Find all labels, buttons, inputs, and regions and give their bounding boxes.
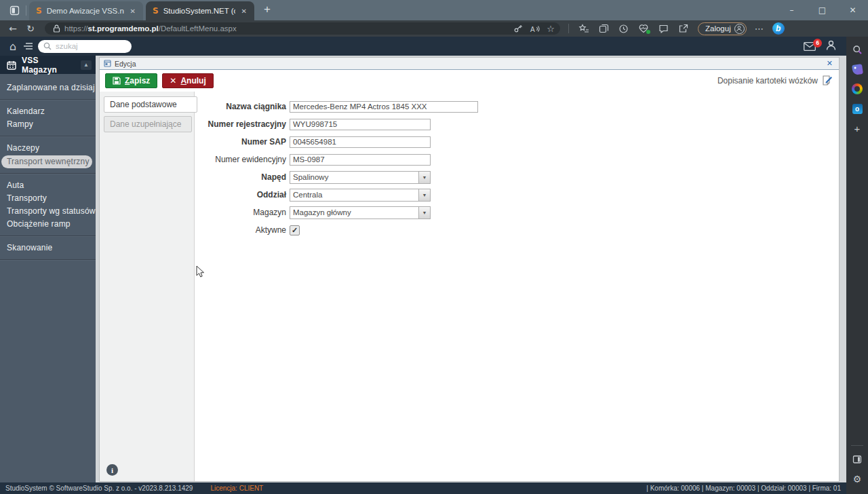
field-label-aktywne: Aktywne: [195, 225, 290, 235]
edit-document-icon[interactable]: [821, 75, 833, 87]
feedback-icon[interactable]: [658, 24, 669, 33]
shopping-tag-icon[interactable]: [850, 62, 865, 77]
panel-title: Edycja: [115, 60, 821, 68]
checkbox-aktywne[interactable]: ✓: [290, 225, 300, 235]
sidebar-item-zaplanowane-na-dzisiaj[interactable]: Zaplanowane na dzisiaj: [0, 81, 96, 94]
messages-button[interactable]: 6: [804, 42, 816, 51]
dropdown-arrow-icon[interactable]: ▼: [418, 189, 430, 201]
select-naped[interactable]: Spalinowy ▼: [290, 171, 431, 184]
tab-dane-podstawowe[interactable]: Dane podstawowe: [104, 96, 197, 113]
save-floppy-icon: [113, 77, 121, 85]
add-favorite-star-icon[interactable]: ☆: [547, 24, 555, 34]
info-icon[interactable]: i: [106, 464, 118, 476]
tab-dane-uzupelniajace[interactable]: Dane uzupełniające: [104, 116, 192, 132]
essentials-status-dot: [646, 30, 650, 34]
status-context-text: | Komórka: 00006 | Magazyn: 00003 | Oddz…: [646, 484, 841, 492]
dropdown-arrow-icon[interactable]: ▼: [418, 172, 430, 183]
window-close-button[interactable]: ✕: [837, 0, 868, 20]
cancel-button[interactable]: ✕ Anuluj: [162, 73, 213, 88]
sidebar-search-icon[interactable]: [850, 42, 865, 57]
form-row: Numer SAP: [195, 133, 839, 151]
form-caption: Dopisanie kartoteki wózków: [717, 75, 833, 87]
select-value: Magazyn główny: [290, 208, 418, 216]
share-icon[interactable]: [678, 24, 688, 33]
sidebar-item-auta[interactable]: Auta: [0, 179, 96, 192]
field-label-numer-ewidencyjny: Numer ewidencyjny: [195, 155, 290, 164]
refresh-button[interactable]: ↻: [22, 23, 39, 34]
sidebar-item-kalendarz[interactable]: Kalendarz: [0, 105, 96, 118]
sidebar-item-skanowanie[interactable]: Skanowanie: [0, 242, 96, 254]
select-oddzial[interactable]: Centrala ▼: [290, 189, 431, 202]
tab-favicon: S: [153, 6, 159, 16]
tab-title: StudioSystem.NET (c) SoftwareS: [163, 7, 235, 15]
form-caption-text: Dopisanie kartoteki wózków: [717, 76, 818, 86]
read-aloud-icon[interactable]: A: [530, 24, 540, 33]
app-search-box[interactable]: [38, 40, 132, 53]
app-statusbar: StudioSystem © SoftwareStudio Sp. z o.o.…: [0, 482, 846, 494]
url-bar[interactable]: https://st.programdemo.pl/DefaultLeftMen…: [45, 22, 560, 35]
input-numer-sap[interactable]: [290, 136, 431, 148]
customize-sidebar-icon[interactable]: [850, 452, 865, 467]
edge-sidebar: o + ⚙: [846, 37, 868, 494]
back-button[interactable]: ←: [4, 23, 22, 34]
field-label-magazyn: Magazyn: [195, 208, 290, 217]
add-sidebar-app-icon[interactable]: +: [850, 121, 865, 136]
browser-tab-2-active[interactable]: S StudioSystem.NET (c) SoftwareS ✕: [146, 1, 254, 20]
browser-menu-icon[interactable]: ⋯: [755, 24, 764, 34]
sidebar-item-transporty[interactable]: Transporty: [0, 192, 96, 205]
sidebar-item-transport-wewnetrzny[interactable]: Transport wewnętrzny: [1, 155, 92, 168]
browser-titlebar: S Demo Awizacje VSS.net - Demo ✕ S Studi…: [0, 0, 868, 20]
collections-icon[interactable]: [599, 24, 609, 33]
new-tab-button[interactable]: +: [258, 2, 276, 18]
select-value: Spalinowy: [290, 173, 418, 181]
menu-hamburger-icon[interactable]: [20, 42, 35, 50]
cancel-x-icon: ✕: [170, 76, 176, 86]
panel-body: Dane podstawowe Dane uzupełniające i Naz…: [100, 92, 839, 481]
sidebar-title: VSS Magazyn: [22, 56, 75, 75]
login-label: Zaloguj: [705, 24, 731, 33]
dropdown-arrow-icon[interactable]: ▼: [418, 207, 430, 218]
outlook-icon[interactable]: o: [850, 101, 865, 116]
tab-close-icon[interactable]: ✕: [129, 7, 137, 15]
window-maximize-button[interactable]: □: [807, 0, 837, 20]
search-input[interactable]: [56, 42, 117, 50]
input-numer-rejestracyjny[interactable]: [290, 119, 431, 130]
input-numer-ewidencyjny[interactable]: [290, 154, 431, 166]
input-nazwa-ciagnika[interactable]: [290, 101, 478, 113]
avatar: [734, 24, 745, 34]
browser-tab-1[interactable]: S Demo Awizacje VSS.net - Demo ✕: [29, 1, 143, 20]
sidebar-divider: [851, 445, 863, 446]
panel-toolbar: Zapisz ✕ Anuluj Dopisanie kartoteki wózk…: [100, 70, 839, 92]
sidebar-menu: Zaplanowane na dzisiaj Kalendarz Rampy N…: [0, 74, 96, 261]
menu-divider: [0, 173, 96, 174]
sidebar-item-transporty-wg-statusow[interactable]: Transporty wg statusów: [0, 205, 96, 218]
bing-copilot-icon[interactable]: b: [772, 22, 785, 35]
browser-essentials-icon[interactable]: [638, 24, 649, 33]
tab-close-icon[interactable]: ✕: [240, 7, 248, 15]
tab-actions-menu-icon[interactable]: [4, 1, 24, 19]
form-row: Oddział Centrala ▼: [195, 186, 839, 204]
field-label-nazwa-ciagnika: Nazwa ciągnika: [195, 102, 290, 111]
sidebar-header[interactable]: VSS Magazyn ▲: [0, 56, 96, 74]
login-button[interactable]: Zaloguj: [698, 22, 747, 35]
sidebar-collapse-icon[interactable]: ▲: [81, 60, 92, 70]
home-icon[interactable]: ⌂: [5, 40, 20, 53]
sidebar-item-naczepy[interactable]: Naczepy: [0, 142, 96, 155]
save-button[interactable]: Zapisz: [105, 73, 157, 88]
favorites-icon[interactable]: [578, 24, 589, 33]
user-account-button[interactable]: [825, 39, 837, 54]
password-key-icon[interactable]: [513, 24, 523, 33]
form-row: Numer rejestracyjny: [195, 115, 839, 133]
sidebar-item-obciazenie-ramp[interactable]: Obciążenie ramp: [0, 218, 96, 231]
tab-favicon: S: [36, 6, 42, 16]
settings-gear-icon[interactable]: ⚙: [850, 472, 865, 487]
select-magazyn[interactable]: Magazyn główny ▼: [290, 206, 431, 219]
field-label-numer-sap: Numer SAP: [195, 137, 290, 147]
mail-badge: 6: [813, 39, 822, 48]
sidebar-item-rampy[interactable]: Rampy: [0, 118, 96, 131]
window-minimize-button[interactable]: –: [776, 0, 807, 20]
microsoft-365-icon[interactable]: [850, 81, 865, 96]
history-icon[interactable]: [618, 24, 629, 34]
url-text: https://st.programdemo.pl/DefaultLeftMen…: [64, 24, 237, 33]
panel-close-icon[interactable]: ✕: [825, 59, 835, 68]
